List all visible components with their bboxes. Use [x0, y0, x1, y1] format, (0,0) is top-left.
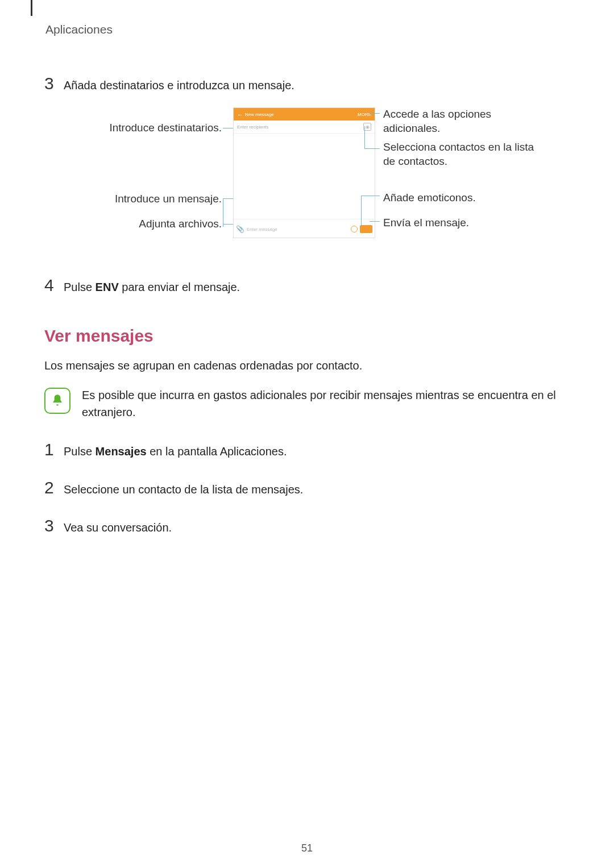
- phone-mock: ← New message MORE Enter recipients ◉ 📎 …: [233, 107, 375, 238]
- send-button-icon: [360, 225, 372, 233]
- step-4: 4 Pulse ENV para enviar el mensaje.: [44, 272, 569, 298]
- back-arrow-icon: ←: [237, 111, 243, 118]
- page-number: 51: [0, 842, 614, 854]
- step-number: 3: [44, 70, 64, 96]
- step-text: Pulse ENV para enviar el mensaje.: [64, 275, 240, 296]
- heading-ver-mensajes: Ver mensajes: [44, 326, 569, 346]
- connector: [361, 196, 380, 196]
- callout-send: Envía el mensaje.: [383, 216, 542, 230]
- callout-select-contacts: Selecciona contactos en la lista de cont…: [383, 140, 548, 168]
- step-text: Seleccione un contacto de la lista de me…: [64, 477, 303, 498]
- text-part: para enviar el mensaje.: [119, 281, 240, 293]
- text-bold: ENV: [96, 281, 119, 293]
- phone-more: MORE: [358, 112, 371, 117]
- step-number: 2: [44, 475, 64, 500]
- text-part: en la pantalla Aplicaciones.: [147, 445, 287, 458]
- note-row: Es posible que incurra en gastos adicion…: [44, 387, 569, 421]
- text-part: Pulse: [64, 445, 96, 458]
- view-step-3: 3 Vea su conversación.: [44, 513, 569, 538]
- text-bold: Mensajes: [96, 445, 147, 458]
- phone-header: ← New message MORE: [234, 108, 375, 121]
- connector: [361, 196, 362, 227]
- callout-enter-message: Introduce un mensaje.: [68, 192, 222, 206]
- connector: [370, 113, 380, 114]
- phone-input-row: 📎 Enter message: [234, 219, 375, 239]
- phone-title: New message: [245, 112, 274, 117]
- manual-page: Aplicaciones 3 Añada destinatarios e int…: [0, 0, 614, 868]
- connector: [364, 126, 365, 149]
- text-part: Pulse: [64, 281, 96, 293]
- bell-icon: [44, 388, 70, 414]
- step-3: 3 Añada destinatarios e introduzca un me…: [44, 70, 569, 96]
- recipient-placeholder: Enter recipients: [237, 124, 269, 130]
- paragraph-view: Los mensajes se agrupan en cadenas orden…: [44, 357, 569, 374]
- step-text: Añada destinatarios e introduzca un mens…: [64, 73, 294, 94]
- emoji-icon: [351, 226, 358, 232]
- connector: [223, 198, 223, 227]
- message-placeholder: Enter message: [247, 227, 277, 232]
- step-number: 3: [44, 513, 64, 538]
- step-text: Vea su conversación.: [64, 516, 172, 536]
- phone-body: [234, 134, 375, 219]
- compose-diagram: Introduce destinatarios. Introduce un me…: [68, 107, 557, 255]
- note-text: Es posible que incurra en gastos adicion…: [82, 387, 569, 421]
- step-number: 4: [44, 272, 64, 298]
- callout-attach: Adjunta archivos.: [68, 217, 222, 231]
- step-number: 1: [44, 437, 64, 462]
- step-text: Pulse Mensajes en la pantalla Aplicacion…: [64, 439, 287, 460]
- connector: [370, 221, 380, 222]
- phone-recipient-row: Enter recipients ◉: [234, 121, 375, 134]
- callout-more-options: Accede a las opciones adicionales.: [383, 107, 542, 135]
- view-step-1: 1 Pulse Mensajes en la pantalla Aplicaci…: [44, 437, 569, 462]
- callout-emoji: Añade emoticonos.: [383, 191, 542, 205]
- connector: [364, 148, 380, 149]
- page-tab-mark: [31, 0, 32, 16]
- view-step-2: 2 Seleccione un contacto de la lista de …: [44, 475, 569, 500]
- section-label: Aplicaciones: [45, 23, 569, 36]
- attach-icon: 📎: [236, 225, 244, 233]
- callout-recipients: Introduce destinatarios.: [68, 121, 222, 135]
